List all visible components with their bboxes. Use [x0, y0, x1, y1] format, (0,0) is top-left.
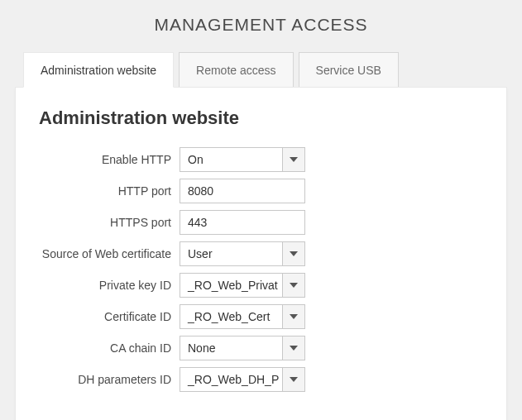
row-ca-chain-id: CA chain ID None: [39, 336, 483, 360]
select-private-key-id-button[interactable]: [282, 273, 305, 298]
tab-administration-website[interactable]: Administration website: [23, 52, 174, 88]
select-certificate-id-button[interactable]: [282, 304, 305, 329]
chevron-down-icon: [290, 283, 298, 288]
chevron-down-icon: [290, 157, 298, 162]
row-http-port: HTTP port: [39, 179, 483, 203]
chevron-down-icon: [290, 377, 298, 382]
page-title: MANAGEMENT ACCESS: [0, 0, 522, 51]
tab-remote-access[interactable]: Remote access: [179, 52, 293, 88]
label-web-cert-source: Source of Web certificate: [39, 247, 180, 260]
row-private-key-id: Private key ID _RO_Web_Privat: [39, 273, 483, 298]
select-dh-params-id-value[interactable]: _RO_Web_DH_P: [180, 367, 282, 392]
select-certificate-id[interactable]: _RO_Web_Cert: [180, 304, 305, 329]
select-web-cert-source-button[interactable]: [282, 241, 305, 266]
select-private-key-id-value[interactable]: _RO_Web_Privat: [180, 273, 282, 298]
chevron-down-icon: [290, 346, 298, 351]
label-certificate-id: Certificate ID: [39, 310, 180, 323]
select-ca-chain-id-value[interactable]: None: [180, 336, 282, 360]
select-dh-params-id[interactable]: _RO_Web_DH_P: [180, 367, 305, 392]
chevron-down-icon: [290, 251, 298, 256]
select-ca-chain-id-button[interactable]: [282, 336, 305, 360]
label-http-port: HTTP port: [39, 184, 180, 198]
select-certificate-id-value[interactable]: _RO_Web_Cert: [180, 304, 282, 329]
label-https-port: HTTPS port: [39, 216, 180, 229]
label-dh-params-id: DH parameters ID: [39, 373, 180, 386]
select-ca-chain-id[interactable]: None: [180, 336, 305, 360]
select-private-key-id[interactable]: _RO_Web_Privat: [180, 273, 305, 298]
row-https-port: HTTPS port: [39, 210, 483, 235]
input-https-port[interactable]: [180, 210, 305, 235]
select-enable-http[interactable]: On: [180, 147, 305, 172]
tabs-row: Administration website Remote access Ser…: [0, 51, 522, 87]
row-enable-http: Enable HTTP On: [39, 147, 483, 172]
select-enable-http-value[interactable]: On: [180, 147, 282, 172]
label-enable-http: Enable HTTP: [39, 153, 180, 166]
select-web-cert-source[interactable]: User: [180, 241, 305, 266]
select-enable-http-button[interactable]: [282, 147, 305, 172]
panel-administration-website: Administration website Enable HTTP On HT…: [15, 87, 507, 420]
label-private-key-id: Private key ID: [39, 279, 180, 292]
select-web-cert-source-value[interactable]: User: [180, 241, 282, 266]
select-dh-params-id-button[interactable]: [282, 367, 305, 392]
input-http-port[interactable]: [180, 179, 305, 203]
row-web-cert-source: Source of Web certificate User: [39, 241, 483, 266]
row-dh-params-id: DH parameters ID _RO_Web_DH_P: [39, 367, 483, 392]
tab-service-usb[interactable]: Service USB: [299, 52, 399, 88]
section-title: Administration website: [39, 107, 483, 129]
row-certificate-id: Certificate ID _RO_Web_Cert: [39, 304, 483, 329]
chevron-down-icon: [290, 314, 298, 319]
label-ca-chain-id: CA chain ID: [39, 341, 180, 355]
